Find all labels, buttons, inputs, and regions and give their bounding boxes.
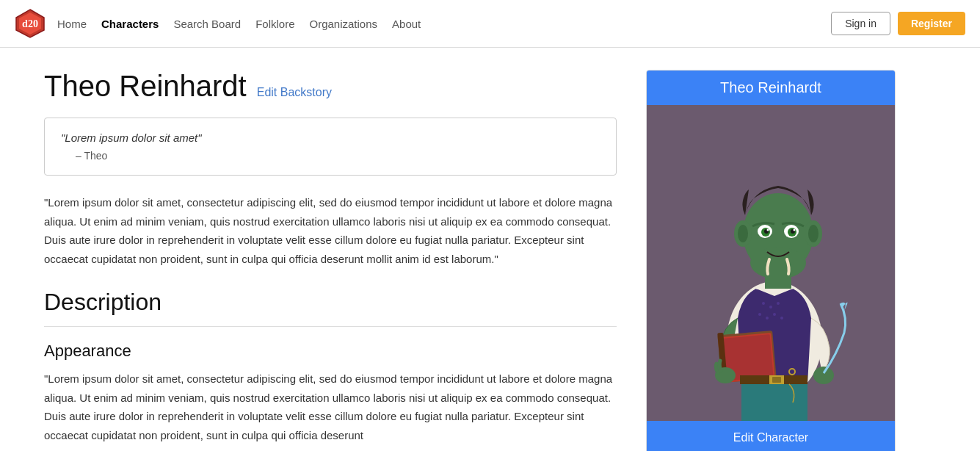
main-column: Theo Reinhardt Edit Backstory "Lorem ips…: [44, 70, 617, 451]
nav-folklore[interactable]: Folklore: [255, 18, 294, 30]
nav-characters[interactable]: Characters: [101, 18, 159, 30]
svg-point-6: [769, 306, 772, 309]
svg-point-5: [762, 302, 765, 305]
character-name: Theo Reinhardt: [44, 70, 247, 103]
sidebar-column: Theo Reinhardt: [646, 70, 896, 451]
svg-point-7: [777, 302, 780, 305]
appearance-paragraph-text: "Lorem ipsum dolor sit amet, consectetur…: [44, 372, 612, 441]
svg-point-31: [794, 229, 796, 231]
nav-about[interactable]: About: [392, 18, 421, 30]
character-card: Theo Reinhardt: [646, 70, 896, 451]
svg-point-10: [773, 313, 776, 316]
edit-backstory-link[interactable]: Edit Backstory: [257, 86, 332, 99]
quote-box: "Lorem ipsum dolor sit amet" – Theo: [44, 118, 617, 176]
signin-button[interactable]: Sign in: [831, 12, 890, 35]
nav-links: Home Characters Search Board Folklore Or…: [57, 18, 831, 30]
navbar-auth-buttons: Sign in Register: [831, 12, 965, 35]
navbar: d20 Home Characters Search Board Folklor…: [0, 0, 980, 48]
page-content: Theo Reinhardt Edit Backstory "Lorem ips…: [0, 48, 940, 451]
body-paragraph-text: "Lorem ipsum dolor sit amet, consectetur…: [44, 196, 612, 265]
svg-point-11: [780, 317, 783, 320]
svg-point-8: [758, 313, 761, 316]
nav-search-board[interactable]: Search Board: [173, 18, 241, 30]
nav-home[interactable]: Home: [57, 18, 87, 30]
site-logo[interactable]: d20: [15, 8, 46, 39]
svg-point-9: [766, 317, 769, 320]
svg-point-30: [767, 229, 769, 231]
svg-point-12: [813, 367, 834, 384]
svg-text:d20: d20: [22, 18, 38, 29]
body-paragraph: "Lorem ipsum dolor sit amet, consectetur…: [44, 193, 617, 268]
quote-text: "Lorem ipsum dolor sit amet": [61, 131, 600, 144]
appearance-paragraph: "Lorem ipsum dolor sit amet, consectetur…: [44, 369, 617, 444]
svg-rect-35: [772, 377, 781, 383]
nav-organizations[interactable]: Organizations: [310, 18, 378, 30]
register-button[interactable]: Register: [898, 12, 965, 35]
character-portrait: [647, 105, 895, 421]
appearance-heading: Appearance: [44, 342, 617, 361]
quote-attribution: – Theo: [61, 150, 600, 162]
edit-character-button[interactable]: Edit Character: [647, 421, 895, 451]
character-portrait-container: [647, 105, 895, 421]
sidebar-character-name: Theo Reinhardt: [647, 71, 895, 105]
section-divider: [44, 326, 617, 327]
character-title: Theo Reinhardt Edit Backstory: [44, 70, 617, 103]
svg-point-22: [738, 225, 748, 242]
svg-point-23: [808, 225, 819, 242]
description-heading: Description: [44, 289, 617, 316]
